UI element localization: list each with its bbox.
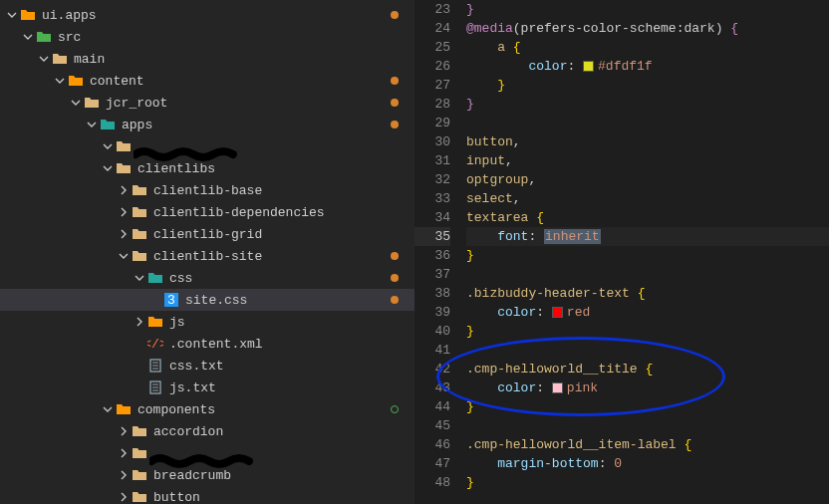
chevron-down-icon[interactable] bbox=[70, 97, 82, 109]
folder-item[interactable]: clientlib-base bbox=[0, 179, 414, 201]
line-number: 47 bbox=[414, 454, 450, 473]
folder-item[interactable]: css bbox=[0, 267, 414, 289]
folder-item[interactable]: js bbox=[0, 311, 414, 333]
git-status-dot bbox=[391, 11, 399, 19]
code-line[interactable]: } bbox=[466, 76, 829, 95]
chevron-right-icon[interactable] bbox=[118, 206, 130, 218]
chevron-down-icon[interactable] bbox=[6, 9, 18, 21]
folder-item[interactable]: src bbox=[0, 26, 414, 48]
code-line[interactable]: color: #dfdf1f bbox=[466, 57, 829, 76]
code-line[interactable] bbox=[466, 341, 829, 360]
folder-icon bbox=[147, 270, 163, 286]
code-line[interactable]: textarea { bbox=[466, 208, 829, 227]
file-explorer[interactable]: ui.appssrcmaincontentjcr_rootappsclientl… bbox=[0, 0, 414, 504]
line-number: 37 bbox=[414, 265, 450, 284]
code-line[interactable] bbox=[466, 416, 829, 435]
tree-label: js bbox=[169, 315, 185, 330]
code-line[interactable]: } bbox=[466, 322, 829, 341]
chevron-right-icon[interactable] bbox=[134, 316, 145, 328]
code-line[interactable]: } bbox=[466, 246, 829, 265]
folder-item[interactable]: clientlib-dependencies bbox=[0, 201, 414, 223]
code-line[interactable]: .cmp-helloworld__item-label { bbox=[466, 435, 829, 454]
folder-item[interactable]: breadcrumb bbox=[0, 464, 414, 486]
code-content[interactable]: }@media(prefers-color-scheme:dark) { a {… bbox=[462, 0, 829, 504]
line-number: 41 bbox=[414, 341, 450, 360]
code-line[interactable] bbox=[466, 265, 829, 284]
chevron-right-icon[interactable] bbox=[118, 447, 130, 459]
tree-label: button bbox=[153, 490, 200, 505]
folder-item[interactable] bbox=[0, 442, 414, 464]
chevron-down-icon[interactable] bbox=[38, 53, 50, 65]
code-line[interactable]: color: pink bbox=[466, 378, 829, 397]
folder-item[interactable]: main bbox=[0, 48, 414, 70]
code-editor[interactable]: 2324252627282930313233343536373839404142… bbox=[414, 0, 829, 504]
chevron-right-icon[interactable] bbox=[118, 228, 130, 240]
chevron-right-icon[interactable] bbox=[118, 469, 130, 481]
code-line[interactable]: color: red bbox=[466, 303, 829, 322]
line-number: 32 bbox=[414, 170, 450, 189]
code-line[interactable]: .cmp-helloworld__title { bbox=[466, 360, 829, 378]
code-line[interactable]: button, bbox=[466, 132, 829, 151]
folder-item[interactable]: components bbox=[0, 398, 414, 420]
folder-icon bbox=[116, 138, 132, 154]
chevron-down-icon[interactable] bbox=[54, 75, 66, 87]
file-item[interactable]: 3site.css bbox=[0, 289, 414, 311]
code-line[interactable] bbox=[466, 114, 829, 132]
chevron-down-icon[interactable] bbox=[102, 162, 114, 174]
file-item[interactable]: js.txt bbox=[0, 377, 414, 398]
tree-label: clientlibs bbox=[138, 161, 215, 176]
file-item[interactable]: </>.content.xml bbox=[0, 333, 414, 355]
tree-label: jcr_root bbox=[106, 96, 167, 111]
line-number: 42 bbox=[414, 360, 450, 378]
code-line[interactable]: font: inherit bbox=[466, 227, 829, 246]
folder-item[interactable]: clientlib-site bbox=[0, 245, 414, 267]
folder-item[interactable]: ui.apps bbox=[0, 4, 414, 26]
line-number: 31 bbox=[414, 151, 450, 170]
folder-icon bbox=[132, 489, 147, 504]
line-number: 44 bbox=[414, 397, 450, 416]
code-line[interactable]: a { bbox=[466, 38, 829, 57]
folder-item[interactable]: apps bbox=[0, 114, 414, 135]
code-line[interactable]: .bizbuddy-header-text { bbox=[466, 284, 829, 303]
folder-item[interactable]: button bbox=[0, 486, 414, 504]
code-line[interactable]: } bbox=[466, 473, 829, 492]
code-line[interactable]: } bbox=[466, 0, 829, 19]
tree-label: css.txt bbox=[169, 359, 224, 374]
tree-label: main bbox=[74, 52, 105, 67]
code-line[interactable]: } bbox=[466, 397, 829, 416]
folder-icon bbox=[132, 467, 147, 483]
code-line[interactable]: } bbox=[466, 95, 829, 114]
code-line[interactable]: input, bbox=[466, 151, 829, 170]
file-item[interactable]: css.txt bbox=[0, 355, 414, 377]
chevron-down-icon[interactable] bbox=[102, 403, 114, 415]
folder-item[interactable]: accordion bbox=[0, 420, 414, 442]
folder-icon bbox=[116, 401, 132, 417]
chevron-down-icon[interactable] bbox=[22, 31, 34, 43]
chevron-right-icon[interactable] bbox=[118, 425, 130, 437]
chevron-down-icon[interactable] bbox=[134, 272, 145, 284]
tree-label: clientlib-base bbox=[153, 183, 262, 198]
chevron-right-icon[interactable] bbox=[118, 491, 130, 503]
code-line[interactable]: margin-bottom: 0 bbox=[466, 454, 829, 473]
folder-item[interactable]: jcr_root bbox=[0, 92, 414, 114]
folder-icon bbox=[52, 51, 68, 67]
chevron-down-icon[interactable] bbox=[118, 250, 130, 262]
git-status-dot bbox=[391, 252, 399, 260]
chevron-right-icon[interactable] bbox=[118, 184, 130, 196]
folder-icon bbox=[132, 204, 147, 220]
line-number: 29 bbox=[414, 114, 450, 132]
folder-item[interactable]: clientlibs bbox=[0, 157, 414, 179]
tree-label: js.txt bbox=[169, 380, 216, 395]
tree-label: ui.apps bbox=[42, 8, 97, 23]
folder-item[interactable]: clientlib-grid bbox=[0, 223, 414, 245]
folder-item[interactable]: content bbox=[0, 70, 414, 92]
chevron-down-icon[interactable] bbox=[86, 119, 98, 130]
folder-icon bbox=[68, 73, 84, 89]
code-line[interactable]: @media(prefers-color-scheme:dark) { bbox=[466, 19, 829, 38]
line-number: 24 bbox=[414, 19, 450, 38]
chevron-down-icon[interactable] bbox=[102, 140, 114, 152]
code-line[interactable]: optgroup, bbox=[466, 170, 829, 189]
folder-item[interactable] bbox=[0, 135, 414, 157]
code-line[interactable]: select, bbox=[466, 189, 829, 208]
folder-icon bbox=[100, 117, 116, 132]
